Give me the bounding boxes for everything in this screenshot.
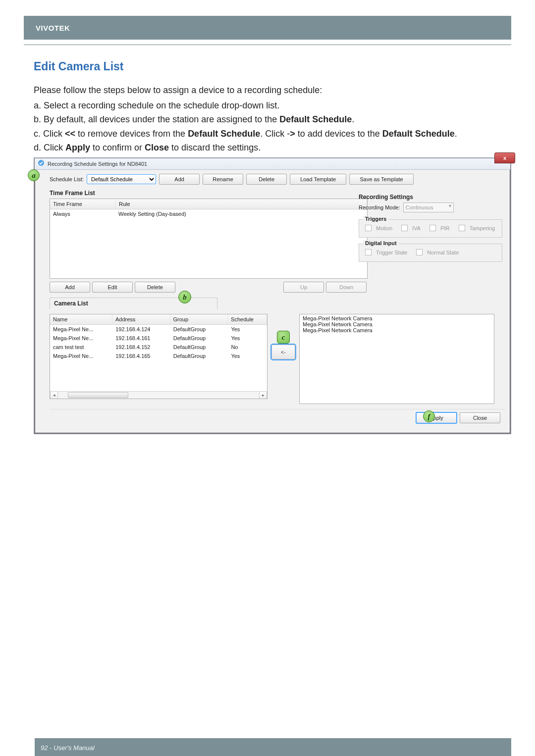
pir-label: PIR xyxy=(440,225,449,231)
recording-mode-row: Recording Mode: Continuous xyxy=(359,202,502,212)
tf-up-button[interactable]: Up xyxy=(283,282,324,293)
tf-rule: Weekly Setting (Day-based) xyxy=(115,209,367,218)
dialog-body: Schedule List: Default Schedule Add Rena… xyxy=(35,170,510,433)
trigger-state-checkbox[interactable] xyxy=(365,249,372,255)
digital-input-title: Digital Input xyxy=(363,240,399,246)
iva-checkbox[interactable] xyxy=(401,225,408,231)
recording-settings-title: Recording Settings xyxy=(359,194,502,201)
dialog: a Recording Schedule Settings for ND8401… xyxy=(34,157,511,434)
camera-left: Name Address Group Schedule Mega-Pixel N… xyxy=(50,314,268,399)
step-c: c. Click << to remove devices from the D… xyxy=(34,128,507,140)
close-button[interactable]: Close xyxy=(460,412,500,423)
camera-header: Name Address Group Schedule xyxy=(50,314,267,325)
cam-h-addr: Address xyxy=(112,314,170,324)
save-template-button[interactable]: Save as Template xyxy=(349,174,414,185)
rename-schedule-button[interactable]: Rename xyxy=(203,174,243,185)
time-frame-header: Time Frame Rule xyxy=(50,199,367,209)
step-b: b. By default, all devices under the sta… xyxy=(34,113,507,125)
triggers-group: Triggers Motion IVA PIR Tampering xyxy=(359,219,502,238)
camera-row[interactable]: cam test test 192.168.4.152 DefaultGroup… xyxy=(50,343,267,352)
pir-checkbox[interactable] xyxy=(429,225,436,231)
camera-row[interactable]: Mega-Pixel Ne... 192.168.4.124 DefaultGr… xyxy=(50,325,267,334)
tf-add-button[interactable]: Add xyxy=(50,282,90,293)
motion-label: Motion xyxy=(376,225,392,231)
target-item[interactable]: Mega-Pixel Network Camera xyxy=(303,315,491,321)
camera-target-list[interactable]: Mega-Pixel Network Camera Mega-Pixel Net… xyxy=(299,314,494,404)
schedule-list-label: Schedule List: xyxy=(50,176,84,182)
intro-text: Please follow the steps below to assign … xyxy=(34,85,507,96)
schedule-select[interactable]: Default Schedule xyxy=(87,174,156,184)
brand-underline xyxy=(24,45,511,45)
annotation-c: c xyxy=(277,331,290,344)
digital-input-group: Digital Input Trigger State Normal State xyxy=(359,244,502,262)
load-template-button[interactable]: Load Template xyxy=(290,174,346,185)
tf-header-frame: Time Frame xyxy=(50,199,116,209)
annotation-f: f xyxy=(423,410,435,422)
right-panel: Recording Settings Recording Mode: Conti… xyxy=(359,194,502,268)
cam-h-group: Group xyxy=(170,314,228,324)
add-schedule-button[interactable]: Add xyxy=(159,174,200,185)
triggers-title: Triggers xyxy=(363,216,388,222)
tf-actions: Add Edit Delete Up Down xyxy=(50,282,367,293)
normal-state-label: Normal State xyxy=(427,250,459,255)
trigger-state-label: Trigger State xyxy=(376,250,407,255)
camera-scrollbar[interactable]: ◂ ▸ xyxy=(50,391,267,399)
dialog-title: Recording Schedule Settings for ND8401 xyxy=(48,161,147,167)
page-footer-text: 92 - User's Manual xyxy=(41,744,95,752)
iva-label: IVA xyxy=(412,225,421,231)
scroll-right-icon[interactable]: ▸ xyxy=(259,391,267,399)
dialog-footer: f Apply Close xyxy=(50,409,505,428)
camera-area: Name Address Group Schedule Mega-Pixel N… xyxy=(50,314,505,404)
time-frame-row[interactable]: Always Weekly Setting (Day-based) xyxy=(50,209,367,218)
cam-h-name: Name xyxy=(50,314,112,324)
steps-list: a. Select a recording schedule on the sc… xyxy=(34,100,507,153)
remove-device-button[interactable]: <- xyxy=(271,345,295,359)
tf-down-button[interactable]: Down xyxy=(326,282,367,293)
content: Edit Camera List Please follow the steps… xyxy=(0,51,535,434)
top-row: Schedule List: Default Schedule Add Rena… xyxy=(50,174,505,185)
tampering-label: Tampering xyxy=(470,225,495,231)
motion-checkbox[interactable] xyxy=(365,225,372,231)
brand-bar: VIVOTEK xyxy=(24,16,511,40)
scroll-thumb[interactable] xyxy=(68,392,128,398)
triggers-row: Motion IVA PIR Tampering xyxy=(365,225,498,231)
time-frame-list[interactable]: Time Frame Rule Always Weekly Setting (D… xyxy=(50,199,368,279)
tf-header-rule: Rule xyxy=(116,199,367,209)
step-a: a. Select a recording schedule on the sc… xyxy=(34,100,507,111)
app-icon xyxy=(38,159,45,168)
digital-input-row: Trigger State Normal State xyxy=(365,249,498,255)
tf-delete-button[interactable]: Delete xyxy=(135,282,175,293)
step-d: d. Click Apply to confirm or Close to di… xyxy=(34,142,507,153)
recording-mode-label: Recording Mode: xyxy=(359,204,400,210)
apply-button[interactable]: Apply xyxy=(416,412,457,423)
tampering-checkbox[interactable] xyxy=(459,225,465,231)
section-title: Edit Camera List xyxy=(34,60,507,73)
annotation-a: a xyxy=(28,169,40,181)
window-close-button[interactable]: x xyxy=(494,152,515,163)
tf-edit-button[interactable]: Edit xyxy=(92,282,133,293)
target-item[interactable]: Mega-Pixel Network Camera xyxy=(303,321,491,327)
normal-state-checkbox[interactable] xyxy=(416,249,423,255)
cam-h-sched: Schedule xyxy=(228,314,267,324)
brand-text: VIVOTEK xyxy=(36,24,70,32)
target-item[interactable]: Mega-Pixel Network Camera xyxy=(303,327,491,333)
move-buttons: c <- xyxy=(271,332,295,359)
delete-schedule-button[interactable]: Delete xyxy=(246,174,287,185)
tf-name: Always xyxy=(50,209,115,218)
annotation-b: b xyxy=(178,291,191,303)
dialog-titlebar: Recording Schedule Settings for ND8401 x xyxy=(35,158,510,170)
recording-mode-select[interactable]: Continuous xyxy=(403,202,454,212)
page-footer: 92 - User's Manual xyxy=(35,738,511,756)
close-icon: x xyxy=(503,155,506,161)
scroll-left-icon[interactable]: ◂ xyxy=(50,391,58,399)
camera-row[interactable]: Mega-Pixel Ne... 192.168.4.165 DefaultGr… xyxy=(50,352,267,360)
camera-row[interactable]: Mega-Pixel Ne... 192.168.4.161 DefaultGr… xyxy=(50,334,267,343)
svg-point-0 xyxy=(38,160,44,166)
camera-list-title: Camera List xyxy=(50,298,217,309)
camera-source-list[interactable]: Name Address Group Schedule Mega-Pixel N… xyxy=(50,314,268,399)
dialog-wrap: a Recording Schedule Settings for ND8401… xyxy=(34,157,507,434)
